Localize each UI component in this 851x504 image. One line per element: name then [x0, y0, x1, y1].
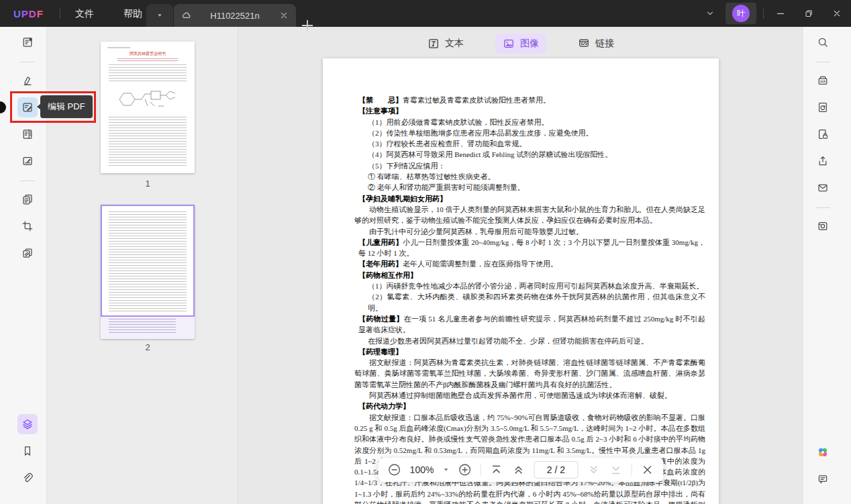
tool-convert[interactable]	[17, 189, 38, 209]
crop-icon	[21, 220, 34, 232]
edit-pdf-tooltip: 编辑 PDF	[40, 95, 93, 118]
page-navigation-toolbar: 100% 2 / 2	[379, 458, 664, 482]
bookmark-icon	[21, 445, 34, 457]
search[interactable]	[813, 32, 833, 52]
sidebar-right-group-1	[813, 32, 833, 59]
rail-divider	[20, 62, 35, 62]
first-page-button[interactable]	[489, 463, 503, 476]
tab-zone: H11022521n	[146, 4, 296, 27]
close-toolbar-button[interactable]	[640, 463, 654, 476]
panel-thumbnails[interactable]	[17, 414, 38, 434]
text-tool-icon	[428, 38, 440, 50]
feedback[interactable]	[813, 469, 833, 489]
convert-file[interactable]	[813, 97, 833, 117]
updf-logo: UPDF	[13, 8, 44, 19]
collapse-toolbar-button[interactable]	[699, 0, 721, 27]
minimize-icon	[775, 8, 786, 19]
restore-icon	[803, 8, 814, 19]
zoom-out-button[interactable]	[388, 463, 401, 476]
chemical-structure-sketch	[114, 85, 181, 114]
document-tab[interactable]: H11022521n	[174, 4, 296, 27]
organize-icon	[21, 128, 34, 140]
doc-paragraph: 【药代动力学】	[358, 401, 705, 411]
tab-list-button[interactable]	[146, 4, 173, 27]
doc-paragraph: （5）下列情况应慎用：	[354, 160, 705, 171]
plus-icon	[299, 17, 315, 34]
tool-image[interactable]: 图像	[495, 34, 546, 54]
feedback-icon	[817, 473, 829, 485]
tool-stamp[interactable]	[17, 243, 38, 263]
close-icon	[832, 8, 842, 19]
thumb-decor	[109, 319, 176, 335]
tool-text[interactable]: 文本	[420, 34, 471, 54]
doc-paragraph: 【孕妇及哺乳期妇女用药】	[358, 193, 705, 204]
tool-reader[interactable]	[17, 32, 38, 52]
sidebar-left-bottom-group	[17, 414, 38, 495]
doc-paragraph: 由于乳汁中可分泌少量阿莫西林，乳母服用后可能导致婴儿过敏。	[354, 226, 705, 237]
zoom-dropdown-caret[interactable]	[442, 466, 449, 473]
mail-icon	[817, 182, 829, 194]
page-number-label: 2	[101, 342, 195, 352]
caret-down-icon	[156, 11, 164, 19]
tool-edit-pdf[interactable]	[17, 97, 38, 117]
protect[interactable]	[813, 124, 833, 144]
sidebar-left-group-3	[17, 189, 38, 270]
page-thumbnail-2[interactable]	[101, 205, 195, 339]
next-page-button[interactable]	[587, 463, 600, 476]
convert-icon	[21, 193, 34, 205]
page-number-input[interactable]: 2 / 2	[534, 461, 578, 478]
comment-icon	[21, 74, 34, 87]
save[interactable]	[813, 216, 833, 236]
previous-page-button[interactable]	[511, 463, 525, 476]
sidebar-right-bottom-group	[813, 442, 833, 496]
zoom-in-button[interactable]	[458, 463, 471, 476]
doc-paragraph: 动物生殖试验显示，10 倍于人类剂量的阿莫西林未损害大鼠和小鼠的生育力和胎儿。但…	[354, 204, 705, 226]
clover-icon	[817, 446, 829, 458]
avatar: 叶	[732, 5, 750, 22]
window-controls-divider	[763, 9, 764, 19]
sidebar-left-group-1	[17, 32, 38, 59]
viewport-indicator[interactable]	[101, 205, 195, 317]
window-minimize-button[interactable]	[766, 0, 795, 27]
window-close-button[interactable]	[823, 0, 851, 27]
doc-convert-icon	[817, 101, 829, 113]
doc-paragraph: ② 老年人和肾功能严重损害时可能须调整剂量。	[354, 182, 705, 193]
updf-ai[interactable]	[813, 442, 833, 462]
tab-title: H11022521n	[196, 11, 274, 21]
doc-paragraph: （3）疗程较长患者应检查肝、肾功能和血常规。	[354, 138, 705, 149]
layers-icon	[21, 418, 34, 430]
new-tab-button[interactable]	[299, 5, 315, 21]
rail-divider	[815, 207, 830, 208]
page-thumbnail-1[interactable]: 阿莫西林胶囊说明书	[101, 42, 195, 173]
doc-paragraph: 【注意事项】	[358, 105, 705, 116]
window-restore-button[interactable]	[795, 0, 823, 27]
menu-file[interactable]: 文件	[60, 0, 109, 27]
doc-paragraph: 【药物过量】在一项 51 名儿童患者参与的前瞻性研究提示，阿莫西林给药剂量不超过…	[358, 313, 705, 336]
mode-label: 图像	[520, 38, 539, 50]
tool-comment[interactable]	[17, 70, 38, 91]
tool-fill-sign[interactable]	[17, 151, 38, 171]
share[interactable]	[813, 151, 833, 171]
panel-attachments[interactable]	[17, 468, 38, 488]
mail[interactable]	[813, 178, 833, 198]
doc-paragraph: 【药物相互作用】	[358, 270, 705, 281]
edit-icon	[21, 101, 34, 113]
tool-organize-pages[interactable]	[17, 124, 38, 144]
sidebar-left-group-2	[17, 70, 38, 178]
doc-paragraph: （2）传染性单核细胞增多症患者应用本品易发生皮疹，应避免使用。	[354, 128, 705, 138]
thumb-doc-title: 阿莫西林胶囊说明书	[101, 51, 195, 57]
tool-link[interactable]: 链接	[570, 34, 621, 54]
doc-protect-icon	[817, 128, 829, 140]
ocr[interactable]: OCR	[813, 70, 833, 91]
zoom-level[interactable]: 100%	[410, 464, 434, 475]
account-button[interactable]: 叶	[725, 3, 756, 24]
thumb-decor	[109, 117, 187, 166]
edit-mode-toolbar: 文本 图像 链接	[420, 34, 621, 54]
tool-crop[interactable]	[17, 216, 38, 236]
panel-bookmarks[interactable]	[17, 441, 38, 461]
tab-close-icon[interactable]	[279, 10, 289, 21]
doc-paragraph: 【老年用药】老年人可能需调整剂量，应在医师指导下使用。	[358, 258, 705, 269]
last-page-button[interactable]	[609, 463, 622, 476]
reader-icon	[21, 36, 34, 48]
stamp-icon	[21, 247, 34, 259]
